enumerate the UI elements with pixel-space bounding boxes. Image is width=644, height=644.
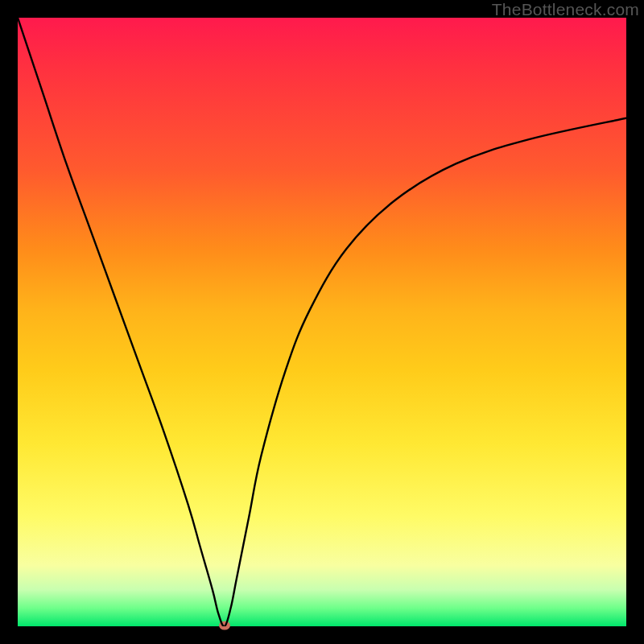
- watermark-text: TheBottleneck.com: [492, 0, 639, 19]
- plot-area: [18, 18, 626, 626]
- bottleneck-curve: [18, 18, 626, 626]
- chart-frame: TheBottleneck.com: [0, 0, 644, 644]
